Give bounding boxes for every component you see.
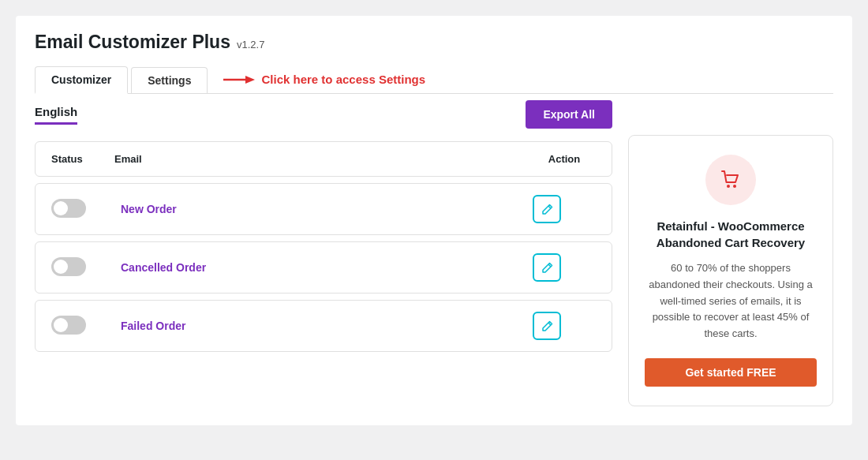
tabs-bar: Customizer Settings Click here to access… bbox=[35, 65, 833, 94]
svg-marker-1 bbox=[245, 76, 255, 84]
action-col-failed-order bbox=[533, 312, 596, 340]
action-col-cancelled-order bbox=[533, 253, 596, 282]
language-tab[interactable]: English bbox=[35, 105, 77, 125]
promo-card: Retainful - WooCommerce Abandoned Cart R… bbox=[628, 135, 833, 406]
page-version: v1.2.7 bbox=[237, 39, 264, 50]
tab-customizer[interactable]: Customizer bbox=[35, 66, 128, 94]
action-col-new-order bbox=[533, 195, 596, 223]
left-panel: English Export All Status Email Action N… bbox=[35, 94, 612, 406]
toggle-wrapper-new-order bbox=[51, 199, 114, 220]
main-layout: English Export All Status Email Action N… bbox=[35, 94, 833, 406]
page-header: Email Customizer Plus v1.2.7 bbox=[35, 32, 833, 53]
right-panel: Retainful - WooCommerce Abandoned Cart R… bbox=[628, 94, 833, 406]
toggle-slider-cancelled-order bbox=[51, 257, 86, 276]
page-title: Email Customizer Plus bbox=[35, 32, 230, 53]
promo-description: 60 to 70% of the shoppers abandoned thei… bbox=[645, 260, 817, 342]
promo-cta-button[interactable]: Get started FREE bbox=[645, 358, 817, 387]
toggle-new-order[interactable] bbox=[51, 199, 86, 218]
language-label: English bbox=[35, 105, 77, 122]
col-header-email: Email bbox=[114, 153, 533, 165]
arrow-icon bbox=[223, 73, 255, 87]
settings-hint-text: Click here to access Settings bbox=[261, 73, 425, 86]
edit-button-new-order[interactable] bbox=[533, 195, 561, 223]
settings-hint: Click here to access Settings bbox=[223, 73, 425, 87]
edit-button-failed-order[interactable] bbox=[533, 312, 561, 340]
promo-icon bbox=[705, 155, 756, 205]
email-name-failed-order: Failed Order bbox=[114, 320, 533, 332]
export-all-button[interactable]: Export All bbox=[526, 100, 612, 129]
row-new-order: New Order bbox=[35, 183, 612, 235]
page-wrapper: Email Customizer Plus v1.2.7 Customizer … bbox=[16, 16, 852, 425]
toggle-slider-new-order bbox=[51, 199, 86, 218]
col-header-status: Status bbox=[51, 153, 114, 165]
table-header: Status Email Action bbox=[35, 141, 612, 177]
toggle-cancelled-order[interactable] bbox=[51, 257, 86, 276]
svg-point-3 bbox=[733, 185, 736, 188]
toggle-wrapper-failed-order bbox=[51, 316, 114, 337]
col-header-action: Action bbox=[533, 153, 596, 165]
tab-settings[interactable]: Settings bbox=[131, 67, 208, 93]
svg-point-2 bbox=[727, 185, 730, 188]
toggle-failed-order[interactable] bbox=[51, 316, 86, 335]
promo-title: Retainful - WooCommerce Abandoned Cart R… bbox=[645, 218, 817, 251]
edit-button-cancelled-order[interactable] bbox=[533, 253, 561, 282]
toggle-slider-failed-order bbox=[51, 316, 86, 335]
email-name-cancelled-order: Cancelled Order bbox=[114, 261, 533, 274]
toggle-wrapper-cancelled-order bbox=[51, 257, 114, 279]
row-failed-order: Failed Order bbox=[35, 300, 612, 352]
top-row: English Export All bbox=[35, 94, 612, 141]
email-name-new-order: New Order bbox=[114, 203, 533, 215]
row-cancelled-order: Cancelled Order bbox=[35, 241, 612, 294]
